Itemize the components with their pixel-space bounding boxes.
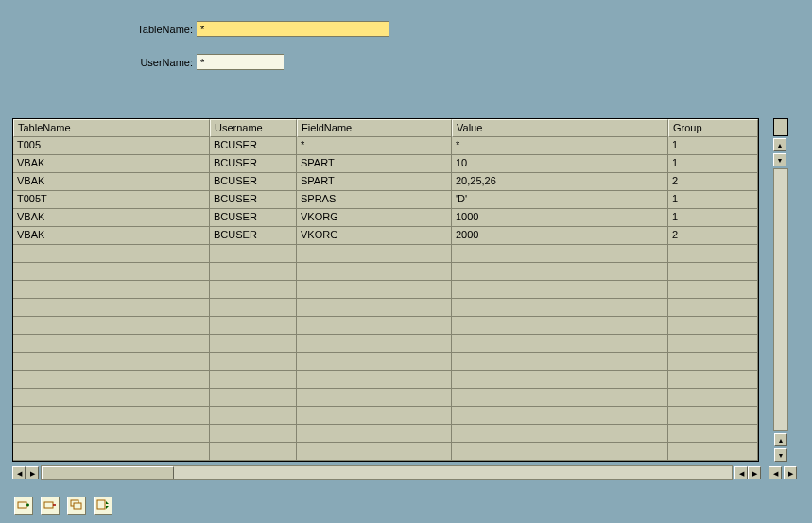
table-cell[interactable] bbox=[210, 425, 297, 443]
table-row[interactable]: VBAKBCUSERSPART101 bbox=[13, 155, 758, 173]
table-cell[interactable] bbox=[297, 317, 452, 335]
table-row[interactable] bbox=[13, 425, 758, 443]
scroll-down-button[interactable]: ▼ bbox=[773, 153, 786, 166]
table-cell[interactable]: 1 bbox=[668, 191, 758, 209]
table-cell[interactable] bbox=[452, 281, 668, 299]
table-cell[interactable] bbox=[210, 389, 297, 407]
table-cell[interactable]: 'D' bbox=[452, 191, 668, 209]
table-cell[interactable] bbox=[452, 299, 668, 317]
table-cell[interactable]: T005 bbox=[13, 137, 210, 155]
table-cell[interactable]: 1000 bbox=[452, 209, 668, 227]
sort-button[interactable] bbox=[94, 497, 112, 515]
table-cell[interactable] bbox=[210, 335, 297, 353]
username-input[interactable] bbox=[197, 54, 284, 70]
table-cell[interactable] bbox=[668, 371, 758, 389]
table-cell[interactable] bbox=[13, 317, 210, 335]
table-cell[interactable] bbox=[13, 299, 210, 317]
table-cell[interactable] bbox=[668, 335, 758, 353]
table-row[interactable] bbox=[13, 407, 758, 425]
table-row[interactable]: VBAKBCUSERVKORG20002 bbox=[13, 227, 758, 245]
table-cell[interactable] bbox=[13, 263, 210, 281]
table-cell[interactable] bbox=[13, 443, 210, 461]
table-cell[interactable] bbox=[13, 245, 210, 263]
table-cell[interactable]: T005T bbox=[13, 191, 210, 209]
table-row[interactable]: T005BCUSER**1 bbox=[13, 137, 758, 155]
table-cell[interactable] bbox=[13, 353, 210, 371]
table-cell[interactable] bbox=[210, 263, 297, 281]
table-cell[interactable]: * bbox=[452, 137, 668, 155]
table-row[interactable] bbox=[13, 335, 758, 353]
table-cell[interactable] bbox=[297, 335, 452, 353]
table-cell[interactable] bbox=[452, 353, 668, 371]
table-cell[interactable] bbox=[210, 371, 297, 389]
table-cell[interactable]: 1 bbox=[668, 137, 758, 155]
table-cell[interactable]: VBAK bbox=[13, 209, 210, 227]
table-cell[interactable]: VKORG bbox=[297, 209, 452, 227]
table-cell[interactable]: 2000 bbox=[452, 227, 668, 245]
table-row[interactable] bbox=[13, 371, 758, 389]
table-row[interactable] bbox=[13, 263, 758, 281]
table-cell[interactable]: SPRAS bbox=[297, 191, 452, 209]
table-cell[interactable] bbox=[668, 245, 758, 263]
table-row[interactable]: VBAKBCUSERVKORG10001 bbox=[13, 209, 758, 227]
table-cell[interactable]: 20,25,26 bbox=[452, 173, 668, 191]
table-cell[interactable] bbox=[668, 317, 758, 335]
table-row[interactable] bbox=[13, 299, 758, 317]
table-cell[interactable] bbox=[668, 353, 758, 371]
scroll-end-left-button[interactable]: ◀ bbox=[769, 466, 782, 479]
table-cell[interactable]: VBAK bbox=[13, 155, 210, 173]
table-cell[interactable] bbox=[210, 443, 297, 461]
hscroll-track[interactable] bbox=[41, 465, 733, 480]
scroll-right-button[interactable]: ▶ bbox=[26, 466, 39, 479]
table-cell[interactable]: SPART bbox=[297, 173, 452, 191]
col-header-username[interactable]: Username bbox=[210, 119, 297, 137]
insert-row-button[interactable] bbox=[14, 497, 33, 515]
table-cell[interactable] bbox=[210, 353, 297, 371]
table-cell[interactable]: VBAK bbox=[13, 227, 210, 245]
table-row[interactable] bbox=[13, 353, 758, 371]
scroll-left-button-2[interactable]: ◀ bbox=[734, 466, 748, 479]
table-cell[interactable]: 2 bbox=[668, 227, 758, 245]
table-cell[interactable] bbox=[297, 443, 452, 461]
table-cell[interactable] bbox=[668, 389, 758, 407]
table-cell[interactable] bbox=[668, 263, 758, 281]
table-cell[interactable] bbox=[297, 281, 452, 299]
table-cell[interactable] bbox=[452, 263, 668, 281]
col-header-tablename[interactable]: TableName bbox=[13, 119, 210, 137]
table-cell[interactable] bbox=[668, 425, 758, 443]
table-row[interactable] bbox=[13, 443, 758, 461]
table-row[interactable] bbox=[13, 245, 758, 263]
table-row[interactable]: VBAKBCUSERSPART20,25,262 bbox=[13, 173, 758, 191]
table-cell[interactable]: 2 bbox=[668, 173, 758, 191]
table-cell[interactable] bbox=[452, 317, 668, 335]
table-cell[interactable]: BCUSER bbox=[210, 209, 297, 227]
table-cell[interactable] bbox=[297, 371, 452, 389]
table-cell[interactable]: SPART bbox=[297, 155, 452, 173]
table-cell[interactable] bbox=[297, 407, 452, 425]
table-cell[interactable]: BCUSER bbox=[210, 155, 297, 173]
table-cell[interactable]: 10 bbox=[452, 155, 668, 173]
scroll-right-button-2[interactable]: ▶ bbox=[748, 466, 761, 479]
table-cell[interactable] bbox=[668, 281, 758, 299]
table-cell[interactable] bbox=[297, 299, 452, 317]
col-header-fieldname[interactable]: FieldName bbox=[297, 119, 452, 137]
table-row[interactable] bbox=[13, 281, 758, 299]
table-cell[interactable] bbox=[13, 425, 210, 443]
table-row[interactable]: T005TBCUSERSPRAS'D'1 bbox=[13, 191, 758, 209]
table-cell[interactable] bbox=[668, 443, 758, 461]
table-cell[interactable] bbox=[452, 371, 668, 389]
scroll-up-button-2[interactable]: ▲ bbox=[774, 433, 787, 446]
hscroll-thumb[interactable] bbox=[42, 466, 174, 479]
table-cell[interactable] bbox=[668, 407, 758, 425]
col-header-group[interactable]: Group bbox=[668, 119, 758, 137]
scroll-down-button-2[interactable]: ▼ bbox=[774, 448, 787, 462]
table-row[interactable] bbox=[13, 389, 758, 407]
col-header-value[interactable]: Value bbox=[452, 119, 668, 137]
table-cell[interactable] bbox=[452, 389, 668, 407]
table-cell[interactable]: 1 bbox=[668, 209, 758, 227]
scroll-up-button[interactable]: ▲ bbox=[773, 138, 786, 151]
table-cell[interactable] bbox=[13, 335, 210, 353]
table-cell[interactable] bbox=[452, 407, 668, 425]
table-cell[interactable]: BCUSER bbox=[210, 191, 297, 209]
copy-row-button[interactable] bbox=[67, 497, 86, 515]
